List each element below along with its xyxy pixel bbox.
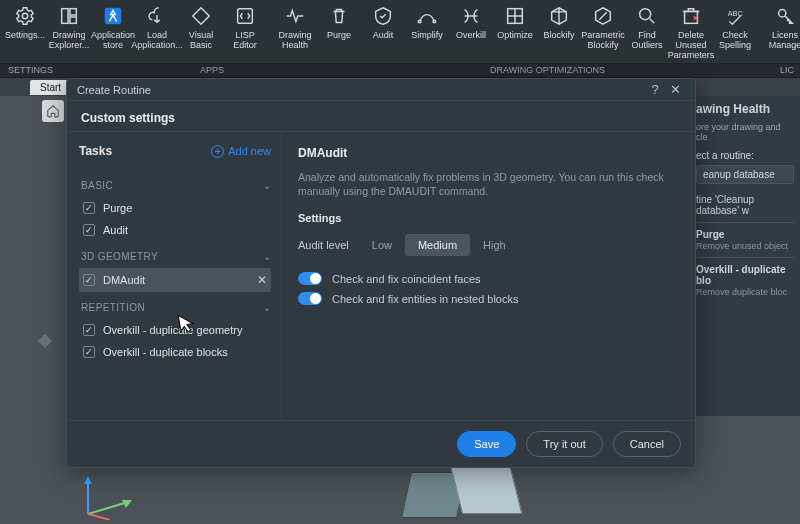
checkbox-icon[interactable]: ✓ [83, 202, 95, 214]
ribbon-drawing-explorer[interactable]: Drawing Explorer... [48, 2, 90, 63]
ribbon-drawing-health[interactable]: Drawing Health [274, 2, 316, 63]
checkbox-icon[interactable]: ✓ [83, 274, 95, 286]
drawing-health-panel: awing Health ore your drawing and cle ec… [690, 96, 800, 416]
ribbon-label: Simplify [411, 30, 443, 40]
ucs-axis-icon [78, 474, 138, 520]
ribbon-app-store[interactable]: Application store [92, 2, 134, 63]
close-button[interactable]: ✕ [665, 82, 685, 97]
add-new-button[interactable]: + Add new [211, 145, 271, 158]
svg-marker-19 [38, 334, 52, 348]
group-3d-geometry[interactable]: 3D GEOMETRY ⌄ [81, 251, 271, 262]
ribbon-label: Optimize [497, 30, 533, 40]
section-title: Overkill - duplicate blo [696, 264, 794, 286]
group-geom-label: 3D GEOMETRY [81, 251, 158, 262]
task-audit[interactable]: ✓ Audit [79, 219, 271, 241]
ribbon-label: Application store [91, 30, 135, 50]
ribbon-find-outliers[interactable]: Find Outliers [626, 2, 668, 63]
routine-label: ect a routine: [696, 150, 794, 161]
task-dmaudit[interactable]: ✓ DMAudit ✕ [79, 268, 271, 292]
ribbon-license-manager[interactable]: Licens Manage [764, 2, 800, 63]
routine-select[interactable]: eanup database [696, 165, 794, 184]
ribbon-lisp-editor[interactable]: LISP Editor [224, 2, 266, 63]
level-low[interactable]: Low [359, 234, 405, 256]
checkbox-icon[interactable]: ✓ [83, 324, 95, 336]
audit-level-row: Audit level Low Medium High [298, 234, 679, 256]
tab-start[interactable]: Start [30, 80, 71, 95]
panel-title: awing Health [696, 102, 794, 116]
routine-heading: tine 'Cleanup database' w [696, 194, 794, 216]
blockify-icon [547, 4, 571, 28]
ribbon-label: Overkill [456, 30, 486, 40]
ribbon-label: Visual Basic [189, 30, 213, 50]
dialog-title: Create Routine [77, 84, 151, 96]
spell-icon: ABC [723, 4, 747, 28]
chevron-down-icon: ⌄ [263, 302, 271, 313]
level-high[interactable]: High [470, 234, 519, 256]
svg-point-0 [22, 13, 28, 19]
toggle-switch[interactable] [298, 272, 322, 285]
svg-rect-1 [62, 9, 68, 24]
task-detail-panel: DMAudit Analyze and automatically fix pr… [282, 132, 695, 420]
home-button[interactable] [42, 100, 64, 122]
toggle-switch[interactable] [298, 292, 322, 305]
ribbon-label: Settings... [5, 30, 45, 40]
task-overkill-geometry[interactable]: ✓ Overkill - duplicate geometry [79, 319, 271, 341]
ribbon-optimize[interactable]: Optimize [494, 2, 536, 63]
gear-icon [13, 4, 37, 28]
section-sub: Remove unused object [696, 241, 788, 251]
group-repetition[interactable]: REPETITION ⌄ [81, 302, 271, 313]
task-overkill-blocks[interactable]: ✓ Overkill - duplicate blocks [79, 341, 271, 363]
try-it-out-button[interactable]: Try it out [526, 431, 602, 457]
ribbon-audit[interactable]: Audit [362, 2, 404, 63]
ribbon-overkill[interactable]: Overkill [450, 2, 492, 63]
ribbon-simplify[interactable]: Simplify [406, 2, 448, 63]
detail-description: Analyze and automatically fix problems i… [298, 170, 679, 198]
dialog-subtitle: Custom settings [67, 101, 695, 131]
dialog-footer: Save Try it out Cancel [67, 420, 695, 467]
group-drawing-optimizations: DRAWING OPTIMIZATIONS [482, 64, 613, 77]
ribbon-label: Drawing Health [278, 30, 311, 50]
toggle-nested-blocks: Check and fix entities in nested blocks [298, 292, 679, 305]
group-basic[interactable]: BASIC ⌄ [81, 180, 271, 191]
tasks-panel: Tasks + Add new BASIC ⌄ ✓ Purge ✓ Audit … [67, 132, 282, 420]
svg-point-8 [433, 20, 436, 23]
routine-section-overkill[interactable]: Overkill - duplicate blo Remove duplicat… [696, 257, 794, 297]
ribbon-blockify[interactable]: Blockify [538, 2, 580, 63]
deleteparams-icon [679, 4, 703, 28]
dialog-titlebar[interactable]: Create Routine ? ✕ [67, 79, 695, 101]
optimize-icon [503, 4, 527, 28]
svg-point-7 [418, 20, 421, 23]
task-purge[interactable]: ✓ Purge [79, 197, 271, 219]
ribbon-label: Find Outliers [631, 30, 662, 50]
plus-icon: + [211, 145, 224, 158]
ribbon-load-application[interactable]: Load Application... [136, 2, 178, 63]
ribbon-check-spelling[interactable]: ABC Check Spelling [714, 2, 756, 63]
ribbon-label: Blockify [543, 30, 574, 40]
remove-task-button[interactable]: ✕ [257, 273, 267, 287]
health-icon [283, 4, 307, 28]
panel-subtitle: ore your drawing and cle [696, 122, 794, 142]
pblockify-icon [591, 4, 615, 28]
audit-icon [371, 4, 395, 28]
vba-icon [189, 4, 213, 28]
checkbox-icon[interactable]: ✓ [83, 346, 95, 358]
ruler-handle-icon[interactable] [38, 334, 52, 348]
help-button[interactable]: ? [645, 82, 665, 97]
ribbon-delete-unused-params[interactable]: Delete Unused Parameters [670, 2, 712, 63]
level-medium[interactable]: Medium [405, 234, 470, 256]
cancel-button[interactable]: Cancel [613, 431, 681, 457]
svg-line-16 [88, 502, 128, 514]
ribbon-settings[interactable]: Settings... [4, 2, 46, 63]
group-settings[interactable]: SETTINGS [0, 64, 60, 77]
section-sub: Remove duplicate bloc [696, 287, 787, 297]
ribbon-purge[interactable]: Purge [318, 2, 360, 63]
task-label: Purge [103, 202, 132, 214]
routine-section-purge[interactable]: Purge Remove unused object [696, 222, 794, 251]
ribbon-parametric-blockify[interactable]: Parametric Blockify [582, 2, 624, 63]
license-icon [773, 4, 797, 28]
ribbon: Settings... Drawing Explorer... Applicat… [0, 0, 800, 64]
checkbox-icon[interactable]: ✓ [83, 224, 95, 236]
ribbon-visual-basic[interactable]: Visual Basic [180, 2, 222, 63]
group-license: LIC [772, 64, 800, 77]
save-button[interactable]: Save [457, 431, 516, 457]
